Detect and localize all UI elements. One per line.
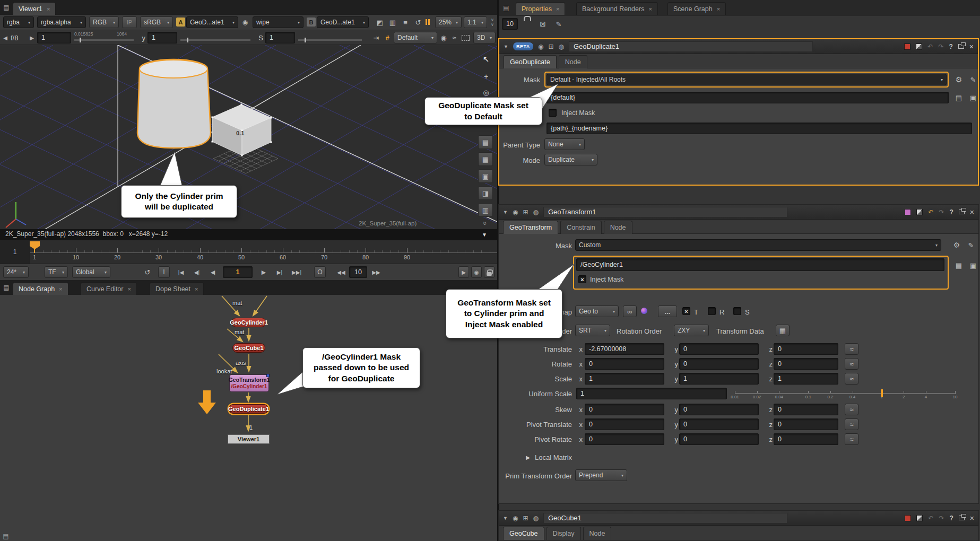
prev-keyframe-icon[interactable]: ◀| — [190, 266, 204, 278]
undo-icon[interactable]: ↶ — [928, 208, 933, 216]
viewport-panel-icon-5[interactable]: ▥ — [478, 203, 493, 217]
float-panel-icon[interactable] — [959, 210, 965, 214]
gamma-slider-handle[interactable] — [187, 38, 188, 42]
goto-end-icon[interactable]: ▶▶| — [289, 266, 305, 278]
mask-expression-field[interactable]: {default} — [547, 92, 949, 103]
proxy-dropdown[interactable]: 1:1▾ — [464, 16, 487, 28]
close-icon[interactable]: × — [127, 286, 131, 292]
node-geoduplicate1[interactable]: GeoDuplicate1 — [229, 404, 268, 414]
uniform-scale-field[interactable]: 1 — [576, 388, 727, 399]
playhead-line[interactable] — [34, 241, 35, 253]
snap-r-checkbox[interactable] — [708, 307, 716, 315]
tab-curve-editor[interactable]: Curve Editor× — [81, 282, 137, 295]
inject-mask-checkbox[interactable] — [549, 109, 557, 117]
collapse-icon[interactable]: ▼ — [503, 516, 508, 521]
saturation-field[interactable]: 1 — [265, 32, 295, 43]
dag-link-icon[interactable]: ⊞ — [523, 514, 528, 522]
pane-menu-icon[interactable]: ▤ — [2, 283, 11, 292]
channel-mask-icon[interactable] — [916, 43, 922, 50]
prim-transform-order-dropdown[interactable]: Prepend▾ — [575, 469, 627, 481]
close-icon[interactable]: × — [556, 6, 559, 12]
range-dropdown[interactable]: Global▾ — [72, 266, 110, 278]
tab-background-renders[interactable]: Background Renders× — [576, 2, 658, 15]
dag-link-icon[interactable]: ⊞ — [523, 208, 528, 216]
snap-menu-button[interactable]: ... — [658, 306, 677, 317]
tab-dope-sheet[interactable]: Dope Sheet× — [150, 282, 204, 295]
collapse-icon[interactable]: ▼ — [504, 44, 508, 49]
view-3d-dropdown[interactable]: 3D▾ — [473, 32, 496, 43]
close-panel-icon[interactable]: × — [970, 514, 974, 522]
mode-dropdown[interactable]: Duplicate▾ — [544, 154, 597, 165]
occlusion-icon[interactable]: ◉ — [439, 32, 448, 43]
gamma-slider[interactable] — [180, 39, 250, 41]
fps-dropdown[interactable]: 24*▾ — [3, 266, 29, 278]
step-back-icon[interactable]: ◀◀ — [334, 266, 348, 278]
roi-icon[interactable] — [462, 35, 470, 41]
timeline-ruler[interactable]: 1102030405060708090 — [0, 240, 497, 264]
node-color-swatch[interactable] — [905, 209, 911, 215]
undo-icon[interactable]: ↶ — [928, 514, 933, 522]
tab-node[interactable]: Node — [604, 221, 632, 234]
node-color-swatch[interactable] — [904, 43, 910, 50]
wipe-center-icon[interactable]: ◉ — [240, 18, 250, 27]
close-panel-icon[interactable]: × — [970, 208, 974, 216]
alpha-dropdown[interactable]: rgba.alpha▾ — [37, 16, 86, 28]
step-forward-icon[interactable]: ▶▶ — [369, 266, 383, 278]
uniform-scale-slider[interactable]: 0.010.020.040.10.20.412410 — [735, 388, 958, 402]
play-forward-icon[interactable]: ▶ — [257, 266, 271, 278]
rotation-order-dropdown[interactable]: ZXY▾ — [674, 325, 709, 336]
stack-mode-icon[interactable]: ▥ — [387, 17, 398, 28]
layers-icon[interactable]: ▤ — [953, 92, 965, 103]
grid-overlay-icon[interactable]: # — [383, 32, 392, 43]
node-title-field[interactable]: GeoTransform1 — [543, 207, 787, 217]
translate-y-field[interactable]: 0 — [679, 343, 759, 355]
pivot-translate-x-field[interactable]: 0 — [585, 418, 664, 430]
undo-icon[interactable]: ↶ — [927, 43, 933, 50]
curve-icon[interactable]: ≈ — [845, 418, 858, 430]
status-dropdown-icon[interactable]: ▼ — [479, 230, 490, 239]
pivot-translate-y-field[interactable]: 0 — [679, 418, 759, 430]
flipbook-icon[interactable]: ▶ — [458, 266, 469, 278]
viewport-cursor-icon[interactable]: ↖ — [480, 53, 492, 66]
wave-icon[interactable]: ≈ — [450, 32, 458, 43]
scale-y-field[interactable]: 1 — [679, 373, 759, 385]
redo-icon[interactable]: ↷ — [939, 208, 944, 216]
gain-slider[interactable] — [74, 39, 134, 41]
help-icon[interactable]: ? — [949, 43, 952, 50]
redo-icon[interactable]: ↷ — [938, 43, 943, 50]
tab-properties[interactable]: Properties× — [516, 2, 565, 15]
pivot-rotate-z-field[interactable]: 0 — [774, 433, 838, 445]
saturation-slider[interactable] — [298, 39, 362, 41]
help-icon[interactable]: ? — [949, 208, 953, 216]
collapse-icon[interactable]: ▼ — [503, 210, 508, 215]
next-stop-icon[interactable]: ▶ — [29, 32, 35, 43]
mask-path-field[interactable]: /GeoCylinder1 — [576, 258, 944, 271]
node-title-field[interactable]: GeoCube1 — [543, 513, 787, 523]
refresh-icon[interactable]: ↺ — [413, 17, 423, 28]
edit-icon[interactable]: ✎ — [553, 18, 565, 30]
mask-mode-dropdown[interactable]: Custom▾ — [575, 239, 941, 251]
record-icon[interactable]: ◉ — [471, 266, 482, 278]
focus-node-icon[interactable]: ◉ — [513, 514, 518, 522]
colorspace-dropdown[interactable]: sRGB▾ — [140, 16, 173, 28]
play-backward-icon[interactable]: ◀ — [206, 266, 220, 278]
pivot-rotate-y-field[interactable]: 0 — [679, 433, 759, 445]
pane-menu-icon[interactable]: ▤ — [502, 4, 510, 12]
tab-constrain[interactable]: Constrain — [560, 221, 602, 234]
snap-t-checkbox[interactable]: × — [682, 307, 690, 315]
float-panel-icon[interactable] — [958, 44, 964, 49]
tab-geocube[interactable]: GeoCube — [503, 527, 544, 540]
match-icon[interactable]: ∞ — [623, 306, 637, 317]
node-geocube1[interactable]: GeoCube1 — [232, 343, 265, 353]
inject-mask-checkbox-checked[interactable]: × — [578, 275, 586, 283]
focus-node-icon[interactable]: ◉ — [538, 43, 543, 50]
dag-link-icon[interactable]: ⊞ — [548, 43, 553, 50]
input-b-dropdown[interactable]: GeoD...ate1▾ — [317, 16, 369, 28]
lightbulb-icon[interactable]: ◍ — [558, 43, 563, 50]
prev-stop-icon[interactable]: ◀ — [2, 32, 8, 43]
viewport-collapse-icon[interactable]: » — [481, 219, 490, 228]
node-geotransform1[interactable]: GeoTransform1 /GeoCylinder1 — [229, 374, 269, 392]
mask-dropdown[interactable]: Default - Injected/All Roots▾ — [547, 74, 947, 85]
tab-display[interactable]: Display — [547, 527, 581, 540]
rotate-y-field[interactable]: 0 — [679, 358, 759, 370]
